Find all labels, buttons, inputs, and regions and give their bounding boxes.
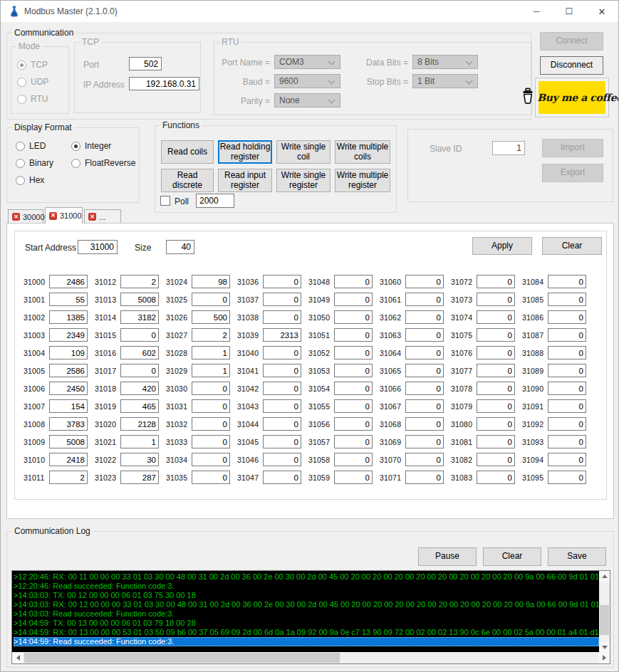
mode-radio-tcp[interactable]: TCP bbox=[17, 60, 48, 70]
register-value-input[interactable]: 0 bbox=[192, 417, 230, 431]
register-value-input[interactable]: 0 bbox=[477, 471, 515, 484]
register-value-input[interactable]: 0 bbox=[548, 346, 586, 359]
log-line[interactable]: >12:20:46: Read succeeded: Function code… bbox=[14, 582, 599, 591]
register-value-input[interactable]: 0 bbox=[548, 328, 586, 342]
register-value-input[interactable]: 0 bbox=[548, 275, 586, 288]
apply-button[interactable]: Apply bbox=[472, 237, 532, 255]
register-value-input[interactable]: 0 bbox=[263, 453, 301, 466]
register-value-input[interactable]: 1 bbox=[192, 346, 230, 359]
log-line[interactable]: >14:03:03: TX: 00 12 00 00 00 06 01 03 7… bbox=[14, 591, 599, 600]
register-value-input[interactable]: 287 bbox=[120, 471, 159, 484]
register-value-input[interactable]: 0 bbox=[477, 417, 515, 431]
register-value-input[interactable]: 1385 bbox=[49, 310, 88, 324]
mode-radio-rtu[interactable]: RTU bbox=[17, 94, 48, 104]
register-value-input[interactable]: 2 bbox=[120, 275, 159, 288]
buy-me-a-coffee-button[interactable]: Buy me a coffee bbox=[535, 78, 609, 117]
tab-close-icon[interactable]: ✕ bbox=[49, 212, 57, 220]
register-value-input[interactable]: 2313 bbox=[263, 328, 301, 342]
tab-31000[interactable]: ✕ 31000 bbox=[45, 207, 83, 224]
register-value-input[interactable]: 0 bbox=[263, 471, 301, 484]
import-button[interactable]: Import bbox=[542, 139, 603, 157]
register-value-input[interactable]: 500 bbox=[192, 310, 230, 324]
register-value-input[interactable]: 109 bbox=[49, 346, 88, 359]
register-value-input[interactable]: 0 bbox=[405, 417, 444, 431]
register-value-input[interactable]: 0 bbox=[405, 382, 444, 395]
register-value-input[interactable]: 0 bbox=[405, 293, 444, 306]
disconnect-button[interactable]: Disconnect bbox=[540, 56, 603, 75]
scroll-left-button[interactable] bbox=[12, 652, 24, 663]
log-line[interactable]: >14:04:59: RX: 00 13 00 00 00 53 01 03 5… bbox=[14, 628, 599, 637]
connect-button[interactable]: Connect bbox=[540, 32, 603, 51]
register-value-input[interactable]: 0 bbox=[477, 382, 515, 395]
register-value-input[interactable]: 0 bbox=[548, 382, 586, 395]
register-value-input[interactable]: 0 bbox=[405, 346, 444, 359]
ip-address-input[interactable]: 192.168.0.31 bbox=[129, 77, 199, 90]
size-input[interactable]: 40 bbox=[166, 240, 194, 254]
port-input[interactable]: 502 bbox=[129, 57, 162, 70]
register-value-input[interactable]: 0 bbox=[548, 399, 586, 413]
tab-30000[interactable]: ✕ 30000 bbox=[8, 209, 43, 224]
read-coils-button[interactable]: Read coils bbox=[161, 140, 214, 164]
parity-select[interactable]: None bbox=[274, 93, 340, 107]
register-value-input[interactable]: 0 bbox=[192, 471, 230, 484]
clear-registers-button[interactable]: Clear bbox=[542, 237, 602, 255]
register-value-input[interactable]: 0 bbox=[477, 364, 515, 377]
register-value-input[interactable]: 0 bbox=[334, 417, 373, 431]
start-address-input[interactable]: 31000 bbox=[78, 240, 118, 254]
scroll-down-button[interactable] bbox=[599, 642, 610, 653]
register-value-input[interactable]: 0 bbox=[263, 364, 301, 377]
log-vertical-scrollbar[interactable] bbox=[599, 571, 610, 653]
clear-log-button[interactable]: Clear bbox=[483, 547, 541, 566]
register-value-input[interactable]: 0 bbox=[334, 471, 373, 484]
register-value-input[interactable]: 0 bbox=[334, 382, 373, 395]
register-value-input[interactable]: 1 bbox=[192, 364, 230, 377]
register-value-input[interactable]: 0 bbox=[405, 435, 444, 448]
register-value-input[interactable]: 0 bbox=[405, 399, 444, 413]
register-value-input[interactable]: 0 bbox=[192, 453, 230, 466]
write-single-register-button[interactable]: Write single register bbox=[276, 169, 331, 192]
register-value-input[interactable]: 0 bbox=[477, 293, 515, 306]
register-value-input[interactable]: 2586 bbox=[49, 364, 88, 377]
register-value-input[interactable]: 2349 bbox=[49, 328, 88, 342]
scroll-right-button[interactable] bbox=[598, 652, 610, 663]
register-value-input[interactable]: 0 bbox=[263, 310, 301, 324]
register-value-input[interactable]: 0 bbox=[548, 364, 586, 377]
register-value-input[interactable]: 0 bbox=[405, 310, 444, 324]
register-value-input[interactable]: 0 bbox=[405, 275, 444, 288]
write-multiple-coils-button[interactable]: Write multiple coils bbox=[335, 140, 390, 164]
data-bits-select[interactable]: 8 Bits bbox=[412, 55, 478, 69]
register-value-input[interactable]: 98 bbox=[192, 275, 230, 288]
register-value-input[interactable]: 2418 bbox=[49, 453, 88, 466]
baud-select[interactable]: 9600 bbox=[274, 74, 340, 88]
register-value-input[interactable]: 55 bbox=[49, 293, 88, 306]
register-value-input[interactable]: 465 bbox=[120, 399, 159, 413]
register-value-input[interactable]: 2128 bbox=[120, 417, 159, 431]
register-value-input[interactable]: 0 bbox=[405, 453, 444, 466]
register-value-input[interactable]: 0 bbox=[548, 293, 586, 306]
register-value-input[interactable]: 0 bbox=[192, 293, 230, 306]
register-value-input[interactable]: 0 bbox=[334, 310, 373, 324]
close-button[interactable]: ✕ bbox=[586, 1, 618, 22]
register-value-input[interactable]: 0 bbox=[477, 435, 515, 448]
log-line[interactable]: >14:04:59: Read succeeded: Function code… bbox=[14, 637, 599, 646]
register-value-input[interactable]: 0 bbox=[334, 328, 373, 342]
register-value-input[interactable]: 0 bbox=[263, 417, 301, 431]
register-value-input[interactable]: 3783 bbox=[49, 417, 88, 431]
log-horizontal-scrollbar[interactable] bbox=[12, 652, 610, 663]
slave-id-input[interactable]: 1 bbox=[492, 141, 525, 155]
read-holding-register-button[interactable]: Read holding register bbox=[218, 140, 272, 164]
register-value-input[interactable]: 0 bbox=[263, 346, 301, 359]
minimize-button[interactable]: ─ bbox=[520, 1, 553, 22]
log-line[interactable]: >14:03:03: RX: 00 12 00 00 00 33 01 03 3… bbox=[14, 600, 599, 609]
register-value-input[interactable]: 0 bbox=[263, 275, 301, 288]
register-value-input[interactable]: 0 bbox=[405, 328, 444, 342]
register-value-input[interactable]: 0 bbox=[263, 435, 301, 448]
register-value-input[interactable]: 0 bbox=[334, 364, 373, 377]
register-value-input[interactable]: 0 bbox=[120, 328, 159, 342]
maximize-button[interactable]: ☐ bbox=[553, 1, 586, 22]
log-line[interactable]: >12:20:46: RX: 00 11 00 00 00 33 01 03 3… bbox=[14, 572, 599, 582]
register-value-input[interactable]: 2 bbox=[49, 471, 88, 484]
register-value-input[interactable]: 0 bbox=[263, 382, 301, 395]
register-value-input[interactable]: 0 bbox=[548, 435, 586, 448]
scroll-up-button[interactable] bbox=[599, 571, 610, 582]
